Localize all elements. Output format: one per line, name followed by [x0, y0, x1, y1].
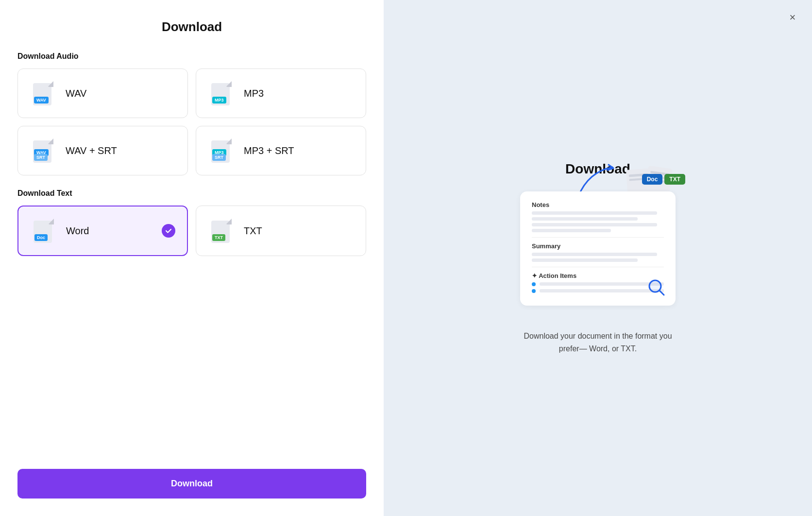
format-card-mp3-srt[interactable]: MP3 SRT MP3 + SRT [196, 126, 366, 175]
left-panel-title: Download [17, 19, 366, 34]
preview-action-items-label: ✦ Action Items [532, 272, 664, 279]
text-section-title: Download Text [17, 189, 366, 198]
txt-file-icon: TXT [211, 219, 232, 243]
txt-icon-wrap: TXT [208, 217, 235, 244]
mp3-file-icon: MP3 [211, 81, 232, 105]
word-label: Word [66, 225, 89, 237]
close-button[interactable]: × [785, 10, 800, 25]
format-card-wav-srt[interactable]: WAV SRT WAV + SRT [17, 126, 188, 175]
wav-label: WAV [66, 88, 86, 99]
wav-badge: WAV [34, 97, 49, 103]
audio-format-grid: WAV WAV MP3 MP3 WAV [17, 69, 366, 175]
illustration-wrap: Doc TXT Notes Summary ✦ Action Items [520, 191, 676, 312]
format-card-mp3[interactable]: MP3 MP3 [196, 69, 366, 118]
text-format-grid: Doc Word TXT TXT [17, 206, 366, 256]
mp3-label: MP3 [244, 88, 264, 99]
left-panel: Download Download Audio WAV WAV MP3 [0, 0, 384, 516]
format-card-word[interactable]: Doc Word [17, 206, 188, 256]
wav-srt-file-icon: WAV SRT [33, 138, 53, 163]
float-txt-badge: TXT [664, 174, 685, 185]
right-description: Download your document in the format you… [520, 330, 676, 355]
mp3-badge: MP3 [212, 97, 226, 103]
preview-summary-label: Summary [532, 242, 664, 250]
right-panel: × Download Doc TXT Notes [384, 0, 812, 516]
wav-srt-icon-wrap: WAV SRT [30, 137, 57, 164]
mp3-srt-file-icon: MP3 SRT [211, 138, 232, 163]
wav-srt-badge2: SRT [34, 154, 48, 161]
format-card-txt[interactable]: TXT TXT [196, 206, 366, 256]
wav-icon-wrap: WAV [30, 80, 57, 107]
word-icon-wrap: Doc [30, 217, 57, 244]
word-badge: Doc [34, 234, 48, 241]
txt-label: TXT [244, 225, 262, 237]
float-badges: Doc TXT [642, 174, 685, 185]
float-doc-badge: Doc [642, 174, 663, 185]
mp3-icon-wrap: MP3 [208, 80, 235, 107]
magnifier-icon [646, 277, 666, 299]
audio-section-title: Download Audio [17, 52, 366, 61]
preview-card: Notes Summary ✦ Action Items [520, 191, 676, 306]
download-button[interactable]: Download [17, 469, 366, 499]
format-card-wav[interactable]: WAV WAV [17, 69, 188, 118]
word-file-icon: Doc [34, 219, 54, 243]
wav-file-icon: WAV [33, 81, 53, 105]
mp3-srt-label: MP3 + SRT [244, 145, 294, 156]
svg-line-1 [660, 291, 664, 295]
preview-notes-label: Notes [532, 201, 664, 208]
mp3-srt-icon-wrap: MP3 SRT [208, 137, 235, 164]
word-check-icon [162, 224, 175, 238]
mp3-srt-badge2: SRT [212, 154, 226, 161]
wav-srt-label: WAV + SRT [66, 145, 117, 156]
txt-badge: TXT [212, 234, 225, 241]
